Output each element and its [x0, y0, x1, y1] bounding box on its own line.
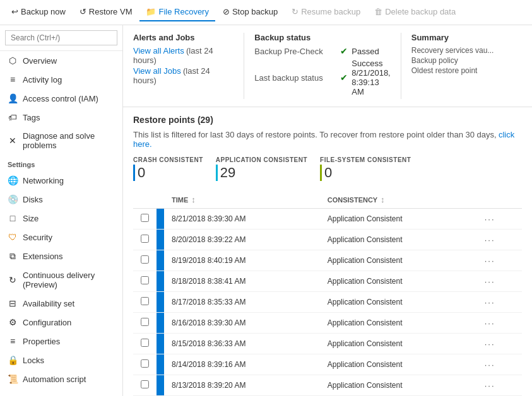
- row-color-indicator: [157, 271, 164, 291]
- sidebar-item-availability-set[interactable]: ⊟Availability set: [0, 294, 122, 313]
- row-menu-button[interactable]: ···: [485, 318, 495, 328]
- locks-icon: 🔒: [8, 355, 18, 365]
- row-menu-button[interactable]: ···: [485, 298, 495, 307]
- sidebar-item-networking[interactable]: 🌐Networking: [0, 171, 122, 190]
- row-checkbox[interactable]: [141, 339, 149, 347]
- sidebar-label-diagnose: Diagnose and solve problems: [23, 131, 115, 150]
- view-jobs-text: View all Jobs: [133, 66, 181, 76]
- restore-vm-icon: ↺: [80, 7, 86, 16]
- col-color: [157, 191, 164, 209]
- sidebar-item-size[interactable]: □Size: [0, 209, 122, 228]
- row-menu-button[interactable]: ···: [485, 214, 495, 224]
- row-color-indicator: [157, 375, 164, 395]
- row-checkbox[interactable]: [141, 214, 149, 222]
- backup-now-icon: ↩: [11, 7, 18, 16]
- stop-backup-label: Stop backup: [232, 7, 278, 16]
- status-value: Passed: [352, 47, 379, 56]
- row-checkbox[interactable]: [141, 297, 149, 305]
- row-time: 8/15/2018 8:36:33 AM: [164, 334, 320, 354]
- row-menu-button[interactable]: ···: [485, 256, 495, 265]
- row-checkbox[interactable]: [141, 359, 149, 368]
- row-checkbox[interactable]: [141, 255, 149, 264]
- sidebar-item-locks[interactable]: 🔒Locks: [0, 351, 122, 370]
- table-row[interactable]: 8/14/2018 8:39:16 AMApplication Consiste…: [133, 354, 522, 375]
- row-menu-button[interactable]: ···: [485, 235, 495, 245]
- summary-info-item: Recovery services vau...: [411, 46, 512, 55]
- availability-set-icon: ⊟: [8, 298, 18, 308]
- summary-info-item: Oldest restore point: [411, 66, 512, 75]
- consistency-sort-icon: ↕: [381, 195, 385, 204]
- delete-backup-data-label: Delete backup data: [385, 7, 456, 16]
- row-checkbox[interactable]: [141, 276, 149, 284]
- sidebar-item-automation-script[interactable]: 📜Automation script: [0, 370, 122, 388]
- row-color-indicator: [157, 334, 164, 354]
- row-menu-button[interactable]: ···: [485, 339, 495, 349]
- summary-info-item: Backup policy: [411, 56, 512, 65]
- sidebar-label-availability-set: Availability set: [23, 299, 74, 308]
- size-icon: □: [8, 213, 18, 223]
- table-row[interactable]: 8/18/2018 8:38:41 AMApplication Consiste…: [133, 271, 522, 292]
- consistency-bars: CRASH CONSISTENT0APPLICATION CONSISTENT2…: [133, 156, 522, 181]
- properties-icon: ≡: [8, 336, 18, 346]
- table-row[interactable]: 8/19/2018 8:40:19 AMApplication Consiste…: [133, 250, 522, 271]
- table-row[interactable]: 8/16/2018 8:39:30 AMApplication Consiste…: [133, 313, 522, 334]
- sidebar-item-activity-log[interactable]: ≡Activity log: [0, 70, 122, 89]
- row-menu-button[interactable]: ···: [485, 360, 495, 370]
- overview-icon: ⬡: [8, 55, 18, 66]
- sidebar-item-properties[interactable]: ≡Properties: [0, 332, 122, 351]
- table-row[interactable]: 8/21/2018 8:39:30 AMApplication Consiste…: [133, 209, 522, 230]
- table-row[interactable]: 8/17/2018 8:35:33 AMApplication Consiste…: [133, 292, 522, 313]
- row-time: 8/16/2018 8:39:30 AM: [164, 313, 320, 334]
- row-checkbox[interactable]: [141, 318, 149, 326]
- extensions-icon: ⧉: [8, 251, 18, 262]
- search-input[interactable]: [5, 30, 117, 45]
- sidebar-label-security: Security: [23, 233, 52, 242]
- view-all-jobs-link[interactable]: View all Jobs (last 24 hours): [133, 66, 233, 85]
- file-recovery-button[interactable]: 📁File Recovery: [139, 3, 215, 21]
- sidebar-item-continuous-delivery[interactable]: ↻Continuous delivery (Preview): [0, 266, 122, 294]
- sidebar-label-activity-log: Activity log: [23, 75, 62, 84]
- sidebar-label-disks: Disks: [23, 195, 43, 204]
- toolbar: ↩Backup now↺Restore VM📁File Recovery⊘Sto…: [0, 0, 532, 25]
- row-menu-button[interactable]: ···: [485, 277, 495, 286]
- status-ok-icon: ✔: [340, 73, 348, 83]
- restore-section: Restore points (29) This list is filtere…: [123, 107, 532, 396]
- sidebar-item-configuration[interactable]: ⚙Configuration: [0, 313, 122, 332]
- col-consistency[interactable]: CONSISTENCY ↕: [320, 191, 477, 209]
- table-row[interactable]: 8/20/2018 8:39:22 AMApplication Consiste…: [133, 230, 522, 250]
- table-row[interactable]: 8/15/2018 8:36:33 AMApplication Consiste…: [133, 334, 522, 354]
- col-actions: [477, 191, 522, 209]
- consistency-bar-value: 0: [133, 165, 203, 181]
- sidebar-label-overview: Overview: [23, 56, 57, 66]
- view-all-alerts-link[interactable]: View all Alerts (last 24 hours): [133, 46, 233, 65]
- consistency-bar-crash-consistent: CRASH CONSISTENT0: [133, 156, 203, 181]
- sidebar-label-size: Size: [23, 214, 38, 223]
- row-checkbox[interactable]: [141, 380, 149, 388]
- sidebar-item-extensions[interactable]: ⧉Extensions: [0, 247, 122, 266]
- sidebar-section-settings-label: Settings: [0, 154, 122, 171]
- sidebar-item-overview[interactable]: ⬡Overview: [0, 51, 122, 70]
- sidebar-item-access-control[interactable]: 👤Access control (IAM): [0, 89, 122, 108]
- row-time: 8/21/2018 8:39:30 AM: [164, 209, 320, 230]
- sidebar-item-diagnose[interactable]: ✕Diagnose and solve problems: [0, 127, 122, 154]
- sidebar-item-security[interactable]: 🛡Security: [0, 228, 122, 247]
- table-row[interactable]: 8/13/2018 8:39:20 AMApplication Consiste…: [133, 375, 522, 396]
- row-checkbox[interactable]: [141, 235, 149, 243]
- time-sort-icon: ↕: [191, 195, 196, 204]
- col-time[interactable]: TIME ↕: [164, 191, 320, 209]
- sidebar-item-disks[interactable]: 💿Disks: [0, 190, 122, 209]
- continuous-delivery-icon: ↻: [8, 275, 18, 285]
- consistency-bar-label: APPLICATION CONSISTENT: [216, 156, 307, 163]
- file-recovery-icon: 📁: [146, 7, 156, 16]
- summary-card: Summary Recovery services vau...Backup p…: [401, 33, 522, 99]
- sidebar-label-configuration: Configuration: [23, 318, 71, 327]
- row-consistency: Application Consistent: [320, 375, 477, 396]
- stop-backup-button[interactable]: ⊘Stop backup: [216, 3, 284, 21]
- restore-vm-button[interactable]: ↺Restore VM: [73, 3, 139, 21]
- sidebar-label-properties: Properties: [23, 337, 60, 346]
- consistency-bar-value: 29: [216, 165, 307, 181]
- sidebar-item-tags[interactable]: 🏷Tags: [0, 108, 122, 127]
- backup-now-button[interactable]: ↩Backup now: [5, 3, 72, 21]
- sidebar-label-tags: Tags: [23, 113, 40, 122]
- row-menu-button[interactable]: ···: [485, 381, 495, 390]
